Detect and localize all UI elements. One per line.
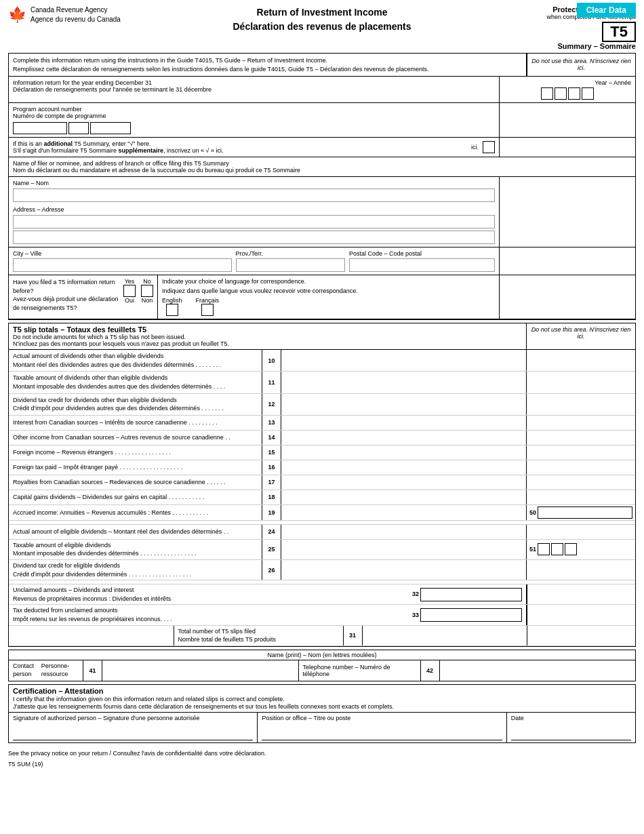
name-section-header: Name of filer or nominee, and address of… [9,157,635,177]
box-11-label: 11 [262,372,281,393]
data-row-18: Capital gains dividends – Dividendes sur… [9,490,635,505]
total-slips-input-area [363,626,527,646]
box-26-input[interactable] [281,560,526,580]
contact-name-area [102,660,299,681]
box-17-input[interactable] [281,475,526,490]
data-row-19: Accrued income: Annuities – Revenus accu… [9,505,635,521]
row-11-right [527,372,635,393]
box-51c[interactable] [565,543,577,555]
main-form-section: Complete this information return using t… [8,53,636,320]
address-input-1[interactable] [13,215,495,229]
form-footer-code: T5 SUM (19) [8,759,636,769]
program-right-spacer [500,103,635,137]
privacy-notice: See the privacy notice on your return / … [8,747,636,759]
prov-input[interactable] [236,258,345,272]
instructions-row: Complete this information return using t… [9,54,635,77]
year-box-1[interactable] [541,87,553,100]
city-right-spacer [500,247,635,275]
box-50-input[interactable] [538,507,632,519]
additional-row: If this is an additional T5 Summary, ent… [9,138,635,157]
cert-position: Position or office – Titre ou poste [258,713,506,742]
year-box-4[interactable] [582,87,594,100]
year-box-2[interactable] [555,87,567,100]
unclaimed-row-33: Tax deducted from unclaimed amountsImpôt… [9,605,635,625]
box-41-input[interactable] [102,660,298,681]
contact-tel-area [440,660,636,681]
francais-box[interactable] [201,304,214,316]
program-box-3[interactable] [90,122,131,134]
row-19-right: 50 [527,505,635,520]
box-33-input[interactable] [420,608,522,622]
box-12-input[interactable] [281,394,526,415]
box-51a[interactable] [538,543,550,555]
box-41-label: 41 [83,660,102,681]
box-10-input[interactable] [281,350,526,371]
cert-sig-input[interactable] [13,721,253,740]
box-42-label: 42 [421,660,440,681]
box-31-input[interactable] [363,626,527,646]
name-input[interactable] [13,188,495,202]
cert-pos-input[interactable] [262,721,502,740]
totals-section: T5 slip totals – Totaux des feuillets T5… [8,323,636,647]
box-12-input-area [281,394,527,415]
box-11-input[interactable] [281,372,526,393]
box-12-label: 12 [262,394,281,415]
do-not-use-top: Do not use this area. N'inscrivez rien i… [527,54,635,76]
name-address-row: Name – Nom Address – Adresse [9,177,635,247]
logo-area: 🍁 Canada Revenue Agency Agence du revenu… [8,5,157,24]
data-row-15: Foreign income – Revenus étrangers . . .… [9,445,635,460]
box-15-input[interactable] [281,445,526,460]
box-24-input[interactable] [281,525,526,539]
cert-signature: Signature of authorized person – Signatu… [9,713,258,742]
box-16-input[interactable] [281,460,526,475]
program-label: Program account number Numéro de compte … [9,103,500,137]
box-11-input-area [281,372,527,393]
yes-box[interactable] [123,285,136,297]
data-row-11: Taxable amount of dividends other than e… [9,372,635,393]
box-14-input[interactable] [281,431,526,445]
box-25-input[interactable] [281,540,526,559]
clear-data-button[interactable]: Clear Data [577,3,636,18]
city-input[interactable] [13,258,232,272]
additional-check-box[interactable] [483,141,495,153]
total-slips-label: Total number of T5 slips filedNombre tot… [174,626,344,646]
data-row-10: Actual amount of dividends other than el… [9,350,635,372]
program-box-2[interactable] [68,122,89,134]
data-row-17: Royalties from Canadian sources – Redeva… [9,475,635,490]
box-51b[interactable] [551,543,563,555]
data-row-24: Actual amount of eligible dividends – Mo… [9,525,635,540]
box-13-input[interactable] [281,416,526,430]
address-input-2[interactable] [13,231,495,244]
program-box-1[interactable] [13,122,67,134]
postal-input[interactable] [349,258,495,272]
box-18-input[interactable] [281,490,526,504]
row-12-right [527,394,635,415]
no-box[interactable] [141,285,153,297]
cert-date-input[interactable] [511,721,631,740]
cert-row: Signature of authorized person – Signatu… [9,713,635,742]
page-header: 🍁 Canada Revenue Agency Agence du revenu… [8,5,636,50]
additional-text: If this is an additional T5 Summary, ent… [13,140,224,154]
contact-row: Contact person Personne-ressource 41 Tel… [9,660,635,681]
cert-date: Date [507,713,635,742]
canada-flag-icon: 🍁 [8,6,26,24]
box-42-input[interactable] [440,660,636,681]
city-row: City – Ville Prov./Terr. Postal Code – C… [9,247,635,275]
agency-name: Canada Revenue Agency Agence du revenu d… [31,5,121,24]
totals-header: T5 slip totals – Totaux des feuillets T5… [9,323,635,350]
english-box[interactable] [166,304,178,316]
contact-person-label: Contact person Personne-ressource [9,660,83,681]
box-32-input[interactable] [420,588,522,601]
year-row: Information return for the year ending D… [9,77,635,103]
contact-section: Name (print) – Nom (en lettres moulées) … [8,650,636,681]
year-box-3[interactable] [568,87,580,100]
yesno-language-row: Have you filed a T5 information return b… [9,275,635,319]
cert-header: Certification – Attestation I certify th… [9,685,635,713]
row-10-right [527,350,635,371]
total-slips-row: Total number of T5 slips filedNombre tot… [9,626,635,646]
form-code-box: T5 [602,22,636,42]
box-19-input[interactable] [281,505,526,520]
data-row-14: Other income from Canadian sources – Aut… [9,431,635,445]
tel-label: Telephone number – Numéro de téléphone [299,660,421,681]
data-row-13: Interest from Canadian sources – Intérêt… [9,416,635,431]
